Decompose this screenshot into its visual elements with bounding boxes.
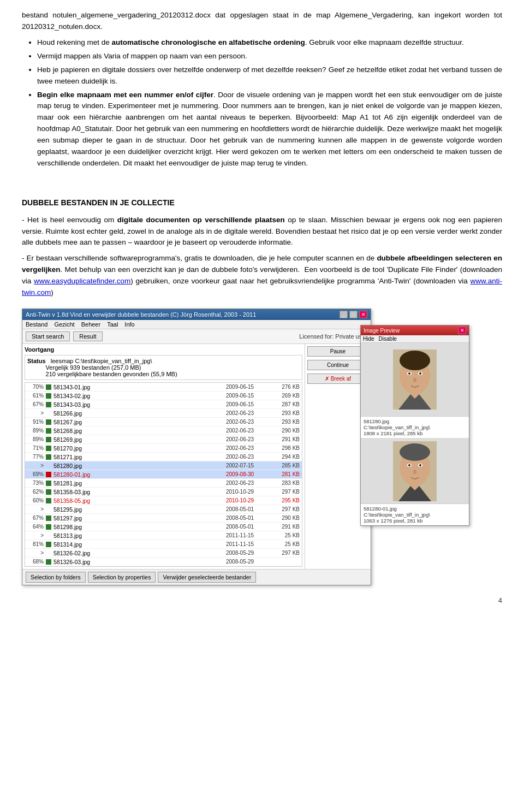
- file-row[interactable]: 81% 581314.jpg 2011-11-15 25 KB: [25, 540, 302, 549]
- preview-face-svg-2: [393, 441, 437, 501]
- file-name: 581269.jpg: [53, 436, 226, 443]
- file-size: 297 KB: [270, 550, 300, 556]
- file-row[interactable]: > 581295.jpg 2008-05-01 297 KB: [25, 505, 302, 514]
- break-button[interactable]: ✗ Breek af: [307, 374, 368, 384]
- file-row[interactable]: > 581313.jpg 2011-11-15 25 KB: [25, 531, 302, 540]
- file-indicator: [46, 384, 51, 390]
- document-content: bestand notulen_algemene_vergadering_201…: [22, 10, 502, 604]
- file-indicator: [46, 533, 51, 538]
- file-row[interactable]: 67% 581297.jpg 2008-05-01 290 KB: [25, 514, 302, 523]
- file-pct: 89%: [27, 428, 44, 434]
- file-indicator: [46, 489, 51, 495]
- file-name: 581266.jpg: [53, 410, 226, 417]
- file-row[interactable]: 71% 581270.jpg 2002-06-23 298 KB: [25, 444, 302, 453]
- file-row[interactable]: 60% 581358-05.jpg 2010-10-29 295 KB: [25, 496, 302, 505]
- file-size: 287 KB: [270, 401, 300, 407]
- svg-point-7: [413, 378, 416, 382]
- file-row[interactable]: 77% 581271.jpg 2002-06-23 294 KB: [25, 453, 302, 461]
- file-name: 581267.jpg: [53, 419, 226, 425]
- file-date: 2002-06-23: [226, 428, 270, 434]
- close-button[interactable]: ✕: [359, 311, 367, 318]
- menu-beheer[interactable]: Beheer: [81, 321, 100, 328]
- file-row-selected[interactable]: > 581280.jpg 2002-07-15 285 KB: [25, 461, 302, 470]
- file-date: 2009-06-15: [226, 401, 270, 407]
- window-controls[interactable]: _ □ ✕: [340, 311, 367, 318]
- file-row[interactable]: 64% 581298.jpg 2008-05-01 291 KB: [25, 523, 302, 531]
- file-name: 581281.jpg: [53, 480, 226, 487]
- selection-folders-button[interactable]: Selection by folders: [26, 572, 86, 583]
- file-pct: 67%: [27, 401, 44, 407]
- file-name: 581358-05.jpg: [53, 497, 226, 504]
- file-list: 70% 581343-01.jpg 2009-06-15 276 KB 61% …: [25, 382, 302, 567]
- pause-button[interactable]: Pause: [307, 346, 368, 357]
- file-date: 2002-06-23: [226, 454, 270, 460]
- file-size: 25 KB: [270, 532, 300, 538]
- file-name-red: 581280-01.jpg: [53, 471, 226, 478]
- file-row[interactable]: 91% 581267.jpg 2002-06-23 293 KB: [25, 418, 302, 426]
- screenshot-container: Anti-Twin v 1.8d Vind en verwijder dubbe…: [22, 309, 502, 585]
- maximize-button[interactable]: □: [349, 311, 358, 318]
- preview-disable-button[interactable]: Disable: [379, 336, 397, 342]
- start-search-button[interactable]: Start search: [26, 331, 70, 341]
- file-pct: 62%: [27, 489, 44, 495]
- preview-close-button[interactable]: ✕: [458, 327, 466, 334]
- file-row[interactable]: > 581266.jpg 2002-06-23 293 KB: [25, 409, 302, 418]
- file-size: 291 KB: [270, 524, 300, 530]
- file-row[interactable]: > 581326-02.jpg 2008-05-29 297 KB: [25, 549, 302, 558]
- file-size: 295 KB: [270, 497, 300, 503]
- file-size: 297 KB: [270, 506, 300, 512]
- file-row[interactable]: 70% 581343-01.jpg 2009-06-15 276 KB: [25, 383, 302, 392]
- result-button[interactable]: Result: [73, 331, 102, 341]
- file-pct: 71%: [27, 445, 44, 451]
- file-row[interactable]: 89% 581269.jpg 2002-06-23 291 KB: [25, 435, 302, 444]
- file-size: 290 KB: [270, 515, 300, 521]
- svg-point-5: [408, 372, 410, 375]
- file-date: 2008-05-29: [226, 559, 270, 565]
- minimize-button[interactable]: _: [340, 311, 348, 318]
- file-date: 2002-06-23: [226, 410, 270, 416]
- file-row[interactable]: 62% 581358-03.jpg 2010-10-29 297 KB: [25, 488, 302, 496]
- file-date: 2011-11-15: [226, 541, 270, 547]
- file-row[interactable]: 89% 581268.jpg 2002-06-23 290 KB: [25, 426, 302, 435]
- file-row[interactable]: 73% 581281.jpg 2002-06-23 283 KB: [25, 479, 302, 488]
- verwijder-button[interactable]: Verwijder geselecteerde bestander: [158, 572, 256, 583]
- continue-button[interactable]: Continue: [307, 360, 368, 370]
- file-row[interactable]: 61% 581343-02.jpg 2009-06-15 269 KB: [25, 392, 302, 400]
- file-date: 2010-10-29: [226, 497, 270, 503]
- antitwin-title-text: Anti-Twin v 1.8d Vind en verwijder dubbe…: [26, 311, 256, 318]
- svg-point-15: [419, 464, 421, 466]
- file-size: 283 KB: [270, 480, 300, 486]
- menu-bestand[interactable]: Bestand: [26, 321, 47, 328]
- preview-menubar: Hide Disable: [361, 335, 469, 343]
- menu-info[interactable]: Info: [124, 321, 134, 328]
- file-date: 2008-05-01: [226, 524, 270, 530]
- file-date: 2010-10-29: [226, 489, 270, 495]
- preview-hide-button[interactable]: Hide: [363, 336, 374, 342]
- file-indicator: [46, 437, 51, 442]
- menu-taal[interactable]: Taal: [107, 321, 118, 328]
- file-indicator: [46, 559, 51, 565]
- file-indicator: [46, 419, 51, 425]
- file-row[interactable]: 67% 581343-03.jpg 2009-06-15 287 KB: [25, 400, 302, 409]
- preview-window-controls[interactable]: ✕: [458, 327, 466, 334]
- link-easyduplicatefinder[interactable]: www.easyduplicatefinder.com: [34, 277, 130, 285]
- file-indicator: [46, 402, 51, 407]
- status-row-3: 210 vergelijkbare bestanden gevonden (55…: [27, 371, 300, 377]
- file-name: 581297.jpg: [53, 515, 226, 521]
- file-name: 581343-03.jpg: [53, 401, 226, 408]
- file-date: 2002-06-23: [226, 419, 270, 425]
- antitwin-toolbar: Start search Result Licensed for: Privat…: [22, 329, 371, 344]
- file-date: 2008-05-01: [226, 506, 270, 512]
- file-name: 581270.jpg: [53, 445, 226, 452]
- preview-titlebar: Image Preview ✕: [361, 325, 469, 335]
- voortgang-label: Voortgang: [25, 346, 302, 353]
- file-size: 285 KB: [270, 463, 300, 469]
- status-panel: Voortgang Status leesmap C:\test\kopie_v…: [22, 344, 305, 569]
- file-name: 581313.jpg: [53, 532, 226, 539]
- file-pct: >: [27, 463, 44, 469]
- file-row-selected-red[interactable]: 69% 581280-01.jpg 2009-08-30 281 KB: [25, 470, 302, 479]
- preview-img1-dims: 1808 x 2181 pixel, 285 kb: [364, 430, 466, 436]
- menu-gezicht[interactable]: Gezicht: [54, 321, 74, 328]
- selection-properties-button[interactable]: Selection by properties: [88, 572, 156, 583]
- file-row[interactable]: 68% 581326-03.jpg 2008-05-29: [25, 558, 302, 566]
